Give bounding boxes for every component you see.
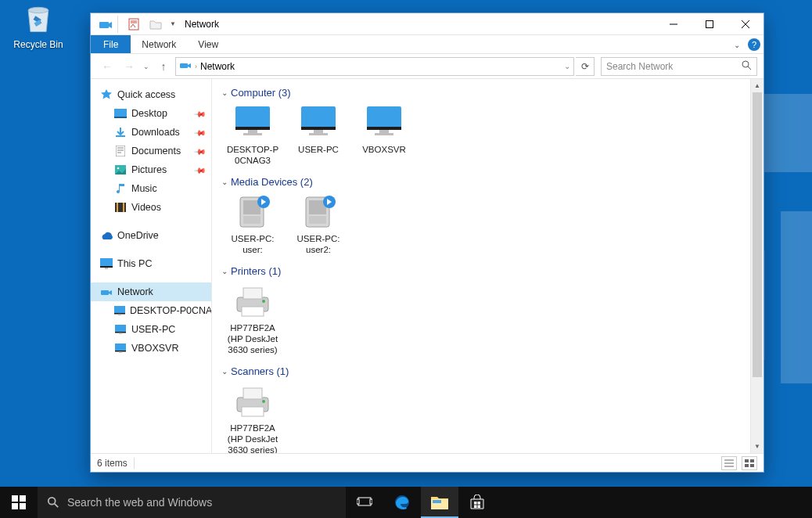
tree-item-pictures[interactable]: Pictures📌 xyxy=(91,160,211,179)
taskbar-edge[interactable] xyxy=(383,487,421,518)
tree-item-music[interactable]: Music xyxy=(91,179,211,198)
tree-label: Desktop xyxy=(131,108,167,119)
desktop-icon xyxy=(114,107,127,120)
svg-rect-57 xyxy=(745,464,749,467)
svg-rect-6 xyxy=(114,109,127,117)
group-title: Media Devices (2) xyxy=(231,176,313,188)
list-item[interactable]: USER-PC xyxy=(286,105,351,167)
view-large-icons-button[interactable] xyxy=(742,456,757,470)
tree-item-desktop[interactable]: Desktop📌 xyxy=(91,104,211,123)
tree-network-child[interactable]: USER-PC xyxy=(91,320,211,339)
nav-recent-button[interactable]: ⌄ xyxy=(141,57,152,76)
maximize-button[interactable] xyxy=(692,13,728,35)
item-label: HP77BF2A xyxy=(220,322,286,333)
svg-rect-34 xyxy=(309,133,328,135)
list-item[interactable]: HP77BF2A(HP DeskJet3630 series) xyxy=(220,283,286,356)
svg-rect-2 xyxy=(129,19,138,30)
close-button[interactable] xyxy=(728,13,763,35)
tree-label: OneDrive xyxy=(117,230,159,241)
view-details-button[interactable] xyxy=(721,456,737,470)
chevron-down-icon: ⌄ xyxy=(221,367,228,376)
qat-customize-icon[interactable]: ▼ xyxy=(167,16,178,33)
documents-icon xyxy=(114,145,127,157)
tree-item-downloads[interactable]: Downloads📌 xyxy=(91,123,211,142)
svg-rect-31 xyxy=(301,106,336,128)
item-icon xyxy=(298,194,339,230)
refresh-button[interactable]: ⟳ xyxy=(576,57,595,76)
start-button[interactable] xyxy=(0,487,38,518)
tree-network-child[interactable]: VBOXSVR xyxy=(91,339,211,358)
minimize-button[interactable] xyxy=(656,13,692,35)
tree-onedrive[interactable]: OneDrive xyxy=(91,226,211,245)
tree-network[interactable]: Network xyxy=(91,282,211,301)
taskbar-file-explorer[interactable] xyxy=(421,487,458,518)
tree-item-documents[interactable]: Documents📌 xyxy=(91,142,211,160)
list-item[interactable]: USER-PC:user: xyxy=(220,194,286,256)
group-header[interactable]: ⌄Printers (1) xyxy=(221,265,763,277)
scroll-thumb[interactable] xyxy=(753,92,762,377)
item-label: USER-PC: xyxy=(286,233,351,244)
search-input[interactable]: Search Network xyxy=(601,57,757,76)
ribbon-tab-network[interactable]: Network xyxy=(131,35,187,53)
item-label: 0CNAG3 xyxy=(220,155,286,166)
ribbon-file-tab[interactable]: File xyxy=(91,35,131,53)
svg-rect-23 xyxy=(119,333,122,335)
cortana-search-input[interactable]: Search the web and Windows xyxy=(38,487,346,518)
pc-icon xyxy=(114,342,127,354)
nav-back-button[interactable]: ← xyxy=(97,57,117,76)
svg-rect-29 xyxy=(248,130,257,133)
tree-label: This PC xyxy=(117,258,152,269)
ribbon-collapse-icon[interactable]: ⌄ xyxy=(734,41,740,49)
item-label: USER-PC xyxy=(286,144,351,155)
item-label: user: xyxy=(220,244,286,255)
group-header[interactable]: ⌄Scanners (1) xyxy=(221,365,763,377)
item-icon xyxy=(298,105,339,141)
svg-point-54 xyxy=(262,400,265,403)
tree-item-videos[interactable]: Videos xyxy=(91,198,211,217)
svg-rect-18 xyxy=(114,306,125,313)
address-history-icon[interactable]: ⌄ xyxy=(564,62,570,70)
tree-network-child[interactable]: DESKTOP-P0CNAG3 xyxy=(91,301,211,320)
svg-rect-25 xyxy=(115,351,126,352)
nav-up-button[interactable]: ↑ xyxy=(153,57,174,76)
item-icon xyxy=(232,383,273,419)
breadcrumb-network[interactable]: Network xyxy=(200,61,235,72)
taskbar-store[interactable] xyxy=(458,487,496,518)
vertical-scrollbar[interactable]: ▲ ▼ xyxy=(750,79,763,453)
svg-rect-55 xyxy=(745,459,749,462)
list-item[interactable]: USER-PC:user2: xyxy=(286,194,351,256)
svg-rect-70 xyxy=(474,502,477,505)
nav-pane: Quick access Desktop📌 Downloads📌 Documen… xyxy=(91,79,212,453)
svg-rect-30 xyxy=(243,133,262,135)
address-bar[interactable]: › Network ⌄ xyxy=(175,57,574,76)
tree-this-pc[interactable]: This PC xyxy=(91,254,211,273)
tree-quick-access[interactable]: Quick access xyxy=(91,85,211,104)
list-item[interactable]: HP77BF2A(HP DeskJet3630 series) xyxy=(220,383,286,453)
group-header[interactable]: ⌄Media Devices (2) xyxy=(221,176,763,188)
scroll-up-button[interactable]: ▲ xyxy=(751,79,763,92)
qat-app-icon[interactable] xyxy=(95,16,116,33)
ribbon-tab-view[interactable]: View xyxy=(187,35,229,53)
qat-properties-icon[interactable] xyxy=(124,16,144,33)
help-icon[interactable]: ? xyxy=(748,38,760,51)
group-title: Computer (3) xyxy=(231,87,291,99)
taskbar: Search the web and Windows xyxy=(0,487,812,518)
statusbar: 6 items xyxy=(91,453,763,472)
scroll-down-button[interactable]: ▼ xyxy=(751,440,763,453)
task-view-button[interactable] xyxy=(346,487,383,518)
ribbon: File Network View ⌄ ? xyxy=(91,35,763,54)
tree-label: DESKTOP-P0CNAG3 xyxy=(130,305,211,316)
svg-point-10 xyxy=(117,167,120,170)
qat-new-folder-icon[interactable] xyxy=(146,16,166,33)
pin-icon: 📌 xyxy=(194,126,207,138)
navbar: ← → ⌄ ↑ › Network ⌄ ⟳ Search Network xyxy=(91,54,763,79)
group-header[interactable]: ⌄Computer (3) xyxy=(221,87,763,99)
downloads-icon xyxy=(114,126,127,138)
desktop-icon-recycle-bin[interactable]: Recycle Bin xyxy=(8,2,69,50)
list-item[interactable]: VBOXSVR xyxy=(351,105,417,167)
list-item[interactable]: DESKTOP-P0CNAG3 xyxy=(220,105,286,167)
search-icon xyxy=(47,496,59,509)
svg-rect-15 xyxy=(100,266,113,268)
nav-forward-button[interactable]: → xyxy=(119,57,139,76)
svg-rect-19 xyxy=(114,313,125,315)
